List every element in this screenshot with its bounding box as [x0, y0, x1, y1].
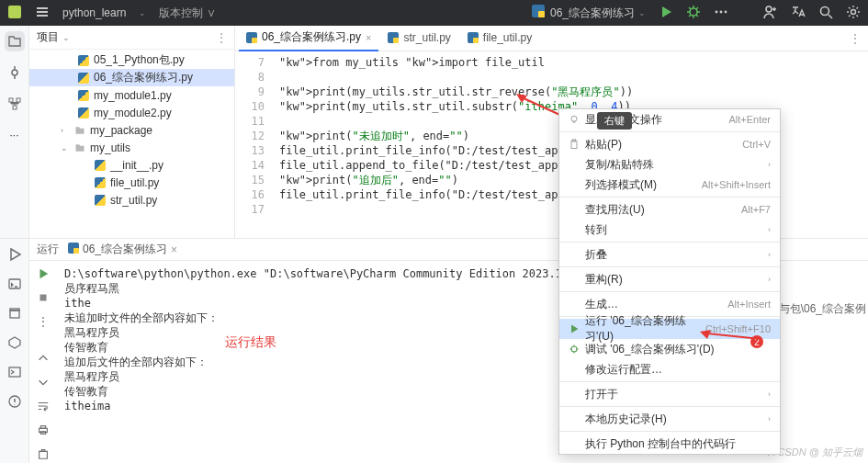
packages-icon[interactable]: [5, 303, 25, 323]
svg-rect-17: [393, 38, 399, 43]
tooltip-right-click: 右键: [597, 112, 632, 130]
truncated-path: 块与包\06_综合案例: [768, 301, 866, 317]
svg-point-3: [690, 8, 697, 16]
tree-folder[interactable]: ›my_package: [29, 121, 234, 139]
version-control-dropdown[interactable]: 版本控制 ∨: [159, 6, 215, 21]
context-menu-item[interactable]: 转到›: [559, 220, 780, 240]
editor-tab[interactable]: 06_综合案例练习.py×: [239, 26, 378, 51]
add-user-icon[interactable]: [763, 5, 778, 22]
more-tools-icon[interactable]: ···: [5, 125, 25, 145]
collapse-all-icon[interactable]: ⋮: [216, 31, 227, 44]
language-icon[interactable]: [791, 5, 806, 22]
svg-rect-22: [10, 309, 19, 311]
tree-file[interactable]: str_util.py: [29, 191, 234, 209]
run-icon[interactable]: [659, 5, 673, 22]
tree-file[interactable]: 06_综合案例练习.py: [29, 69, 234, 86]
context-menu-item[interactable]: 修改运行配置…: [559, 359, 780, 379]
context-menu[interactable]: 显示上下文操作Alt+Enter粘贴(P)Ctrl+V复制/粘贴特殊›列选择模式…: [558, 108, 781, 455]
tree-item-label: my_module2.py: [94, 107, 172, 119]
print-icon[interactable]: [33, 421, 53, 439]
tree-file[interactable]: file_util.py: [29, 174, 234, 191]
tab-more-icon[interactable]: ⋮: [850, 32, 868, 45]
tree-file[interactable]: __init__.py: [29, 156, 234, 174]
tree-file[interactable]: 05_1_Python包.py: [29, 51, 234, 69]
project-tree[interactable]: 05_1_Python包.py06_综合案例练习.pymy_module1.py…: [29, 50, 234, 210]
python-console-icon[interactable]: [5, 274, 25, 294]
python-file-icon: [94, 176, 107, 189]
tree-file[interactable]: my_module1.py: [29, 86, 234, 104]
main-menu-icon[interactable]: [35, 5, 50, 22]
svg-point-5: [720, 10, 723, 13]
context-menu-item[interactable]: 显示上下文操作Alt+Enter: [559, 109, 780, 130]
problems-icon[interactable]: [5, 391, 25, 412]
context-menu-item[interactable]: 执行 Python 控制台中的代码行: [559, 434, 780, 454]
project-tool-icon[interactable]: [5, 31, 25, 51]
svg-point-9: [851, 9, 856, 14]
python-file-icon: [68, 243, 79, 256]
svg-rect-29: [40, 426, 45, 429]
svg-rect-21: [10, 311, 19, 318]
rerun-icon[interactable]: [33, 265, 53, 283]
run-tab-label[interactable]: 运行: [37, 242, 59, 257]
project-panel-header: 项目 ⌄ ⋮: [29, 26, 234, 50]
tree-file[interactable]: my_module2.py: [29, 104, 234, 121]
run-more-icon[interactable]: ⋮: [33, 312, 53, 331]
scroll-down-icon[interactable]: [33, 373, 53, 391]
python-file-icon: [77, 54, 90, 67]
context-menu-item[interactable]: 生成…Alt+Insert: [559, 294, 780, 314]
search-icon[interactable]: [818, 5, 833, 22]
context-menu-item[interactable]: 折叠›: [559, 244, 780, 265]
context-menu-item[interactable]: 重构(R)›: [559, 269, 780, 289]
context-menu-item[interactable]: 复制/粘贴特殊›: [559, 154, 780, 175]
context-menu-item[interactable]: 打开于›: [559, 384, 780, 404]
settings-icon[interactable]: [846, 5, 861, 22]
svg-rect-15: [252, 38, 257, 43]
editor-tab[interactable]: str_util.py: [380, 26, 457, 51]
svg-point-6: [725, 10, 727, 13]
svg-rect-0: [8, 6, 21, 18]
context-menu-item[interactable]: 列选择模式(M)Alt+Shift+Insert: [559, 175, 780, 195]
close-icon[interactable]: ×: [366, 32, 371, 43]
debug-icon[interactable]: [686, 5, 701, 22]
soft-wrap-icon[interactable]: [33, 397, 53, 415]
run-toolbar: ⋮: [29, 261, 57, 463]
context-menu-item[interactable]: 粘贴(P)Ctrl+V: [559, 134, 780, 154]
python-file-icon: [94, 194, 107, 207]
python-file-icon: [532, 5, 547, 22]
python-file-icon: [77, 89, 90, 102]
close-icon[interactable]: ×: [171, 243, 177, 256]
clear-icon[interactable]: [33, 445, 53, 463]
watermark: A CSDN @ 知乎云烟: [769, 446, 862, 459]
project-panel: 项目 ⌄ ⋮ 05_1_Python包.py06_综合案例练习.pymy_mod…: [29, 26, 235, 238]
run-tab-file[interactable]: 06_综合案例练习 ×: [68, 242, 177, 257]
line-gutter: 7891011121314151617: [235, 51, 272, 238]
project-panel-title: 项目: [37, 29, 59, 45]
tree-folder[interactable]: ⌄my_utils: [29, 139, 234, 156]
stop-icon[interactable]: [33, 288, 53, 307]
terminal-bottom-icon[interactable]: [5, 362, 25, 382]
services-icon[interactable]: [5, 333, 25, 353]
svg-point-10: [12, 70, 17, 75]
tree-item-label: my_module1.py: [94, 89, 172, 102]
svg-rect-19: [473, 38, 479, 43]
scroll-up-icon[interactable]: [33, 349, 53, 367]
run-tool-icon[interactable]: [5, 244, 25, 265]
svg-rect-32: [571, 141, 577, 148]
project-name[interactable]: python_learn: [62, 6, 126, 19]
more-icon[interactable]: [714, 5, 728, 22]
editor-tab[interactable]: file_util.py: [460, 26, 539, 51]
run-config-selector[interactable]: 06_综合案例练习 ⌄: [532, 5, 646, 22]
python-file-icon: [77, 107, 90, 119]
structure-tool-icon[interactable]: [5, 94, 25, 114]
editor-tabs: 06_综合案例练习.py×str_util.pyfile_util.py⋮: [235, 26, 868, 51]
python-file-icon: [77, 72, 90, 85]
commit-tool-icon[interactable]: [5, 62, 25, 83]
top-bar: python_learn ⌄ 版本控制 ∨ 06_综合案例练习 ⌄: [0, 0, 868, 26]
python-file-icon: [94, 159, 107, 172]
tree-item-label: str_util.py: [110, 194, 157, 207]
svg-rect-13: [13, 106, 17, 109]
svg-rect-27: [40, 295, 47, 301]
context-menu-item[interactable]: 本地历史记录(H)›: [559, 409, 780, 429]
bottom-tool-strip: [0, 239, 29, 463]
context-menu-item[interactable]: 查找用法(U)Alt+F7: [559, 199, 780, 220]
